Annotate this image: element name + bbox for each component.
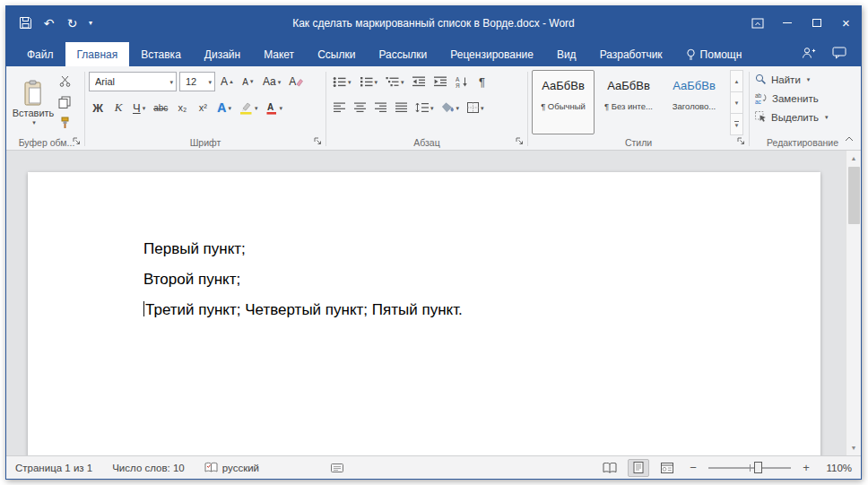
tab-design[interactable]: Дизайн: [193, 42, 252, 66]
zoom-out-button[interactable]: −: [685, 459, 701, 477]
align-right-button[interactable]: [371, 98, 389, 118]
zoom-center-tick: [750, 464, 751, 472]
italic-button[interactable]: К: [109, 98, 127, 118]
save-button[interactable]: [15, 13, 36, 34]
proofing-status[interactable]: русский: [204, 462, 259, 473]
comment-icon[interactable]: [832, 47, 846, 59]
styles-dialog-launcher[interactable]: [735, 135, 746, 146]
replace-button[interactable]: abac Заменить: [753, 89, 852, 108]
font-dialog-launcher[interactable]: [312, 135, 323, 146]
highlight-color-button[interactable]: ▾: [237, 98, 261, 118]
styles-scroll-up-button[interactable]: ▲: [730, 70, 743, 92]
editing-group-label: Редактирование: [767, 137, 838, 148]
underline-button[interactable]: Ч▾: [130, 98, 148, 118]
style-card-no-spacing[interactable]: АаБбВв ¶ Без инте...: [597, 70, 660, 134]
read-mode-button[interactable]: [599, 459, 621, 477]
close-button[interactable]: ×: [831, 6, 861, 39]
word-window: ↶ ↻ ▾ Как сделать маркированный список в…: [5, 5, 862, 480]
tab-tell-me-label: Помощн: [700, 48, 742, 61]
tab-references[interactable]: Ссылки: [306, 42, 367, 66]
print-layout-button[interactable]: [628, 459, 649, 477]
tab-insert[interactable]: Вставка: [129, 42, 193, 66]
tab-file[interactable]: Файл: [15, 42, 65, 66]
tab-view[interactable]: Вид: [545, 42, 588, 66]
copy-button[interactable]: [56, 92, 74, 111]
styles-scroll-down-button[interactable]: ▼: [730, 91, 743, 114]
scroll-down-icon[interactable]: ▼: [846, 440, 862, 455]
justify-button[interactable]: [392, 98, 410, 118]
borders-button[interactable]: ▾: [464, 98, 487, 118]
tab-developer[interactable]: Разработчик: [588, 42, 674, 66]
align-center-button[interactable]: [351, 98, 369, 118]
style-card-normal[interactable]: АаБбВв ¶ Обычный: [532, 70, 595, 134]
replace-icon: abac: [755, 92, 768, 104]
svg-text:ab: ab: [755, 92, 762, 99]
font-size-combo[interactable]: 12 ▾: [179, 72, 215, 91]
clipboard-dialog-launcher[interactable]: [71, 135, 82, 146]
shrink-font-button[interactable]: А▼: [239, 72, 257, 92]
undo-button[interactable]: ↶: [39, 13, 59, 34]
scrollbar-thumb[interactable]: [848, 167, 860, 224]
paragraph-3[interactable]: Третий пункт; Четвертый пункт; Пятый пун…: [143, 301, 767, 319]
style-sample: АаБбВв: [533, 79, 594, 93]
web-layout-button[interactable]: [656, 459, 678, 477]
strikethrough-button[interactable]: abc: [151, 98, 170, 118]
paste-button[interactable]: Вставить ▾: [13, 70, 54, 134]
show-formatting-marks-button[interactable]: ¶: [473, 72, 491, 92]
format-painter-button[interactable]: [56, 113, 74, 132]
font-family-combo[interactable]: Arial ▾: [89, 72, 177, 91]
find-button[interactable]: Найти ▾: [753, 70, 852, 89]
select-button[interactable]: Выделить ▾: [753, 108, 852, 126]
svg-text:Я: Я: [456, 82, 460, 88]
tab-layout[interactable]: Макет: [252, 42, 306, 66]
zoom-in-button[interactable]: +: [798, 459, 814, 477]
tab-mailings[interactable]: Рассылки: [367, 42, 438, 66]
document-page[interactable]: Первый пункт; Второй пункт; Третий пункт…: [28, 172, 820, 455]
cut-button[interactable]: [56, 72, 74, 91]
customize-qat-button[interactable]: ▾: [85, 13, 96, 34]
maximize-button[interactable]: [802, 6, 831, 39]
zoom-thumb[interactable]: [754, 462, 762, 473]
collapse-ribbon-button[interactable]: [842, 133, 856, 145]
superscript-button[interactable]: x²: [194, 98, 212, 118]
sign-in-icon[interactable]: [801, 47, 816, 59]
tab-tell-me[interactable]: Помощн: [674, 42, 754, 66]
increase-indent-button[interactable]: [431, 72, 450, 92]
status-bar: Страница 1 из 1 Число слов: 10 русский −: [6, 455, 861, 479]
align-left-button[interactable]: [330, 98, 348, 118]
font-size-value: 12: [186, 76, 206, 87]
page-indicator[interactable]: Страница 1 из 1: [15, 463, 92, 473]
decrease-indent-button[interactable]: [410, 72, 429, 92]
style-sample: АаБбВв: [598, 79, 659, 93]
multilevel-list-button[interactable]: ▾: [383, 72, 407, 92]
tab-home[interactable]: Главная: [65, 42, 130, 66]
macro-record-button[interactable]: [331, 463, 343, 473]
sort-button[interactable]: АЯ: [453, 72, 471, 92]
zoom-slider[interactable]: [708, 461, 791, 475]
line-spacing-button[interactable]: ▾: [412, 98, 437, 118]
text-effects-button[interactable]: А▾: [214, 98, 234, 118]
paragraph-dialog-launcher[interactable]: [514, 135, 525, 146]
paragraph-1[interactable]: Первый пункт;: [143, 240, 767, 258]
vertical-scrollbar[interactable]: ▲ ▼: [846, 151, 861, 455]
clear-formatting-button[interactable]: А: [286, 72, 306, 92]
bullets-button[interactable]: ▾: [330, 72, 354, 92]
word-count[interactable]: Число слов: 10: [112, 463, 185, 473]
zoom-percentage[interactable]: 110%: [821, 463, 852, 473]
style-card-heading[interactable]: АаБбВв Заголово...: [663, 70, 725, 134]
shading-button[interactable]: ▾: [439, 98, 463, 118]
subscript-button[interactable]: x₂: [173, 98, 191, 118]
select-cursor-icon: [755, 111, 767, 123]
tab-review[interactable]: Рецензирование: [438, 42, 545, 66]
grow-font-button[interactable]: А▲: [218, 72, 237, 92]
minimize-button[interactable]: [772, 6, 802, 39]
redo-button[interactable]: ↻: [62, 13, 82, 34]
ribbon-display-options-button[interactable]: [742, 6, 772, 39]
change-case-button[interactable]: Аа▾: [260, 72, 283, 92]
scroll-up-icon[interactable]: ▲: [846, 151, 862, 166]
styles-more-button[interactable]: ▼: [730, 113, 743, 135]
paragraph-2[interactable]: Второй пункт;: [143, 271, 767, 289]
font-color-button[interactable]: А ▾: [263, 98, 285, 118]
bold-button[interactable]: Ж: [89, 98, 107, 118]
numbering-button[interactable]: ▾: [357, 72, 381, 92]
